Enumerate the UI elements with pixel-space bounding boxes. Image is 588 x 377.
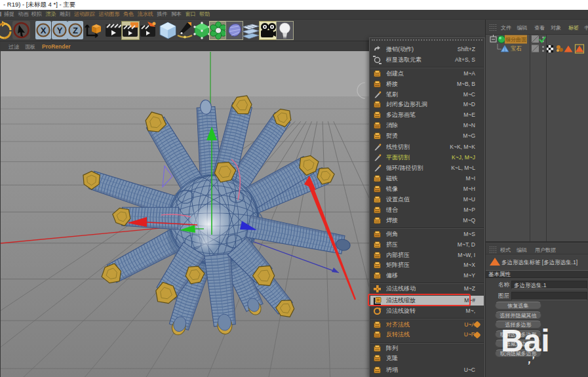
svg-text:Z: Z xyxy=(73,26,78,35)
svg-text:面板: 面板 xyxy=(25,44,35,50)
svg-text:Y: Y xyxy=(56,26,62,35)
svg-text:X: X xyxy=(41,26,47,35)
svg-text:过滤: 过滤 xyxy=(9,44,19,50)
svg-text:ProRender: ProRender xyxy=(42,43,71,50)
